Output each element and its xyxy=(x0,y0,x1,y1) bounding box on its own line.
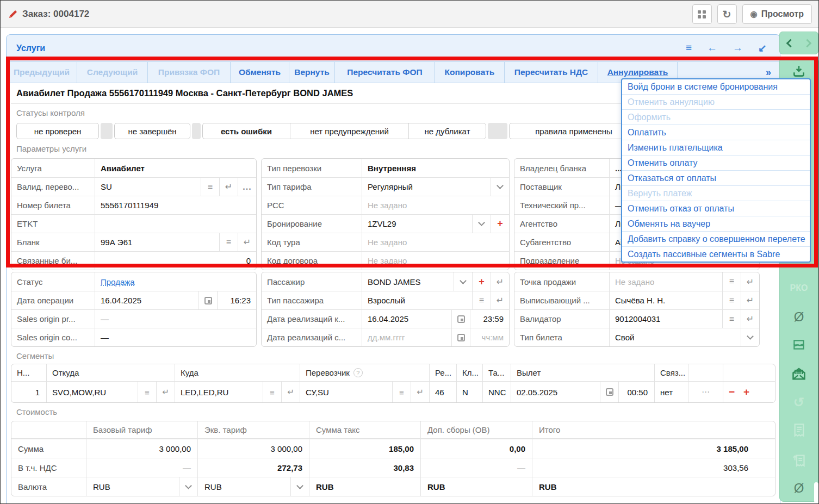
menu-item-pay[interactable]: Оплатить xyxy=(622,125,810,140)
scrollbar-thumb[interactable] xyxy=(814,482,818,503)
menu-item-exchange-voucher[interactable]: Обменять на ваучер xyxy=(622,216,810,231)
booking-value[interactable]: 1ZVL29 xyxy=(362,215,472,233)
chevron-down-icon[interactable] xyxy=(179,477,197,496)
exchange-button[interactable]: Обменять xyxy=(231,62,289,83)
fare-type-value[interactable]: Регулярный xyxy=(362,178,491,196)
segment-departure-date[interactable]: 02.05.2025 xyxy=(511,382,600,402)
prev-button[interactable]: Предыдущий xyxy=(7,62,77,83)
chevron-down-icon[interactable] xyxy=(741,328,759,346)
chevron-right-icon[interactable] xyxy=(803,39,812,47)
status-has-errors[interactable]: есть ошибки xyxy=(203,123,290,139)
chevron-down-icon[interactable] xyxy=(472,215,491,233)
recalc-vat-button[interactable]: Пересчитать НДС xyxy=(505,62,598,83)
hamburger-icon[interactable]: ≡ xyxy=(392,382,411,402)
add-icon[interactable]: + xyxy=(472,272,491,291)
realization-to-time[interactable]: 23:59 xyxy=(470,310,509,328)
passenger-value[interactable]: BOND JAMES xyxy=(362,272,454,291)
receipt-return-button[interactable] xyxy=(780,453,818,468)
contract-code-value[interactable]: Не задано xyxy=(362,252,509,270)
more-dots-icon[interactable]: ⋯ xyxy=(688,382,723,402)
segment-to-value[interactable]: LED,LED,RU xyxy=(175,382,263,402)
segment-fare-value[interactable]: NNC xyxy=(482,382,511,402)
menu-item-change-payer[interactable]: Изменить плательщика xyxy=(622,140,810,155)
next-button[interactable]: Следующий xyxy=(77,62,148,83)
linked-tickets-value[interactable]: 0 xyxy=(95,252,256,270)
hamburger-icon[interactable]: ≡ xyxy=(722,272,741,291)
currency-base[interactable]: RUB xyxy=(86,477,197,496)
chevron-down-icon[interactable] xyxy=(491,178,509,196)
enter-icon[interactable]: ↵ xyxy=(156,382,175,402)
hamburger-icon[interactable]: ≡ xyxy=(201,178,219,196)
hamburger-icon[interactable]: ≡ xyxy=(263,382,281,402)
blank-value[interactable]: 99А Э61 xyxy=(95,233,219,251)
chevron-down-icon[interactable] xyxy=(454,272,472,291)
rko-button[interactable]: РКО xyxy=(780,283,818,293)
segment-class-value[interactable]: N xyxy=(456,382,482,402)
hamburger-icon[interactable]: ≡ xyxy=(472,291,491,309)
ellipsis-icon[interactable]: ... xyxy=(238,178,256,196)
vat-base[interactable]: — xyxy=(86,458,197,477)
enter-icon[interactable]: ↵ xyxy=(741,310,759,328)
enter-icon[interactable]: ↵ xyxy=(411,382,429,402)
enter-icon[interactable]: ↵ xyxy=(741,272,759,291)
segment-linked-value[interactable]: нет xyxy=(654,382,688,402)
sales-origin-pr-value[interactable]: — xyxy=(95,310,256,328)
amount-equiv[interactable]: 3 000,00 xyxy=(197,439,309,458)
sales-origin-co-value[interactable]: — xyxy=(95,328,256,346)
amount-fees[interactable]: 0,00 xyxy=(420,439,532,458)
grid-view-button[interactable] xyxy=(692,4,712,24)
image-document-button[interactable] xyxy=(780,338,818,352)
passenger-type-value[interactable]: Взрослый xyxy=(362,291,472,309)
view-button[interactable]: ◉ Просмотр xyxy=(742,4,812,24)
status-no-warnings[interactable]: нет предупреждений xyxy=(290,123,408,139)
slashed-circle-icon[interactable]: Ø xyxy=(780,309,818,325)
status-link[interactable]: Продажа xyxy=(101,277,135,287)
menu-item-cancel-refusal[interactable]: Отменить отказ от оплаты xyxy=(622,201,810,216)
chevron-left-icon[interactable] xyxy=(786,39,795,47)
status-not-checked[interactable]: не проверен xyxy=(16,123,99,139)
sale-point-value[interactable]: Не задано xyxy=(610,272,722,291)
enter-icon[interactable]: ↵ xyxy=(281,382,300,402)
pcc-value[interactable]: Не задано xyxy=(362,196,509,214)
receipt-button[interactable] xyxy=(780,423,818,438)
enter-icon[interactable]: ↵ xyxy=(741,291,759,309)
hamburger-icon[interactable]: ≡ xyxy=(722,310,741,328)
status-not-duplicate[interactable]: не дубликат xyxy=(408,123,486,139)
arrow-right-icon[interactable]: → xyxy=(733,42,743,54)
currency-equiv[interactable]: RUB xyxy=(197,477,309,496)
menu-item-cancel-payment[interactable]: Отменить оплату xyxy=(622,155,810,170)
status-not-finished[interactable]: не завершён xyxy=(114,123,190,139)
rotate-icon[interactable]: ↺ xyxy=(780,395,818,410)
remove-segment-icon[interactable]: − xyxy=(729,386,735,398)
refresh-button[interactable]: ↻ xyxy=(717,4,737,24)
calendar-icon[interactable] xyxy=(451,328,470,346)
segment-departure-time[interactable]: 00:50 xyxy=(618,382,654,402)
menu-item-refuse-payment[interactable]: Отказаться от оплаты xyxy=(622,170,810,185)
chevron-down-icon[interactable] xyxy=(290,477,309,496)
download-button[interactable] xyxy=(780,64,818,78)
operation-time-value[interactable]: 16:23 xyxy=(217,291,256,309)
segment-flight-value[interactable]: 46 xyxy=(429,382,456,402)
service-type-value[interactable]: Авиабилет xyxy=(95,159,256,177)
valid-carrier-value[interactable]: SU xyxy=(95,178,201,196)
enter-icon[interactable]: ↵ xyxy=(238,233,256,251)
enter-icon[interactable]: ↵ xyxy=(219,178,238,196)
tour-code-value[interactable]: Не задано xyxy=(362,233,509,251)
list-icon[interactable]: ≡ xyxy=(686,42,692,54)
print-mail-button[interactable] xyxy=(780,366,818,382)
add-icon[interactable]: + xyxy=(491,215,509,233)
menu-item-issue[interactable]: Оформить xyxy=(622,109,810,125)
hamburger-icon[interactable]: ≡ xyxy=(138,382,156,402)
add-segment-icon[interactable]: + xyxy=(743,386,749,398)
return-button[interactable]: Вернуть xyxy=(289,62,335,83)
hamburger-icon[interactable]: ≡ xyxy=(219,233,238,251)
operation-date-value[interactable]: 16.04.2025 xyxy=(95,291,198,309)
issuer-value[interactable]: Сычёва Н. Н. xyxy=(610,291,722,309)
enter-icon[interactable]: ↵ xyxy=(491,291,509,309)
transport-type-value[interactable]: Внутренняя xyxy=(362,159,509,177)
segment-carrier-value[interactable]: СУ,SU xyxy=(300,382,392,402)
calendar-icon[interactable] xyxy=(600,382,618,402)
ticket-number-value[interactable]: 5556170111949 xyxy=(95,196,256,214)
ticket-type-value[interactable]: Свой xyxy=(610,328,741,346)
vat-taxes[interactable]: 30,83 xyxy=(309,458,420,477)
